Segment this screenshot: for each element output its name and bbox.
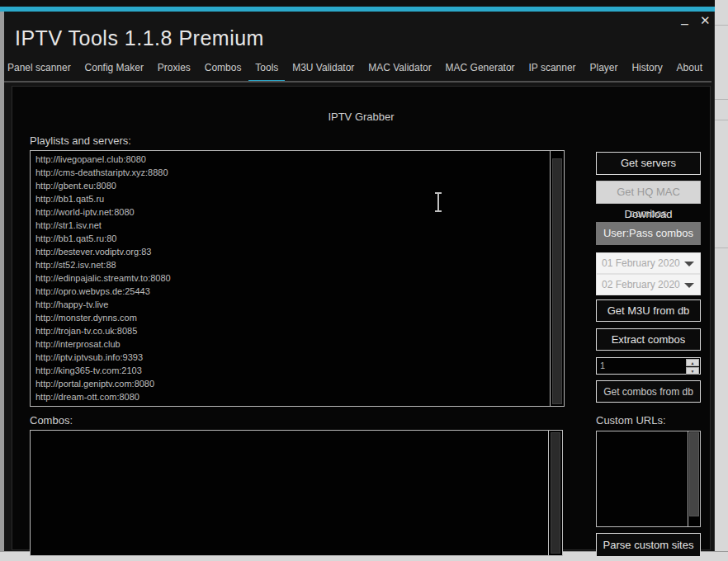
list-item[interactable]: http://livegopanel.club:8080: [31, 153, 549, 166]
count-stepper[interactable]: 1 ▲ ▼: [596, 357, 701, 375]
list-item[interactable]: http://interprosat.club: [31, 337, 549, 351]
list-item[interactable]: http://trojan-tv.co.uk:8085: [31, 324, 549, 337]
list-item[interactable]: http://dream-ott.com:8080: [31, 390, 549, 403]
list-item[interactable]: http://happy-tv.live: [31, 298, 549, 311]
list-item[interactable]: http://bb1.qat5.ru:80: [31, 232, 549, 245]
tab-history[interactable]: History: [630, 62, 664, 81]
get-combos-from-db-button[interactable]: Get combos from db: [596, 380, 701, 403]
list-item[interactable]: http://bb1.qat5.ru: [31, 192, 549, 205]
tab-combos[interactable]: Combos: [203, 62, 243, 81]
tab-proxies[interactable]: Proxies: [156, 62, 192, 81]
ibeam-cursor-icon: [433, 192, 443, 212]
combos-listbox[interactable]: [30, 430, 563, 556]
count-value: 1: [600, 361, 605, 370]
list-item[interactable]: http://str1.isv.net: [31, 219, 549, 232]
tab-tools[interactable]: Tools: [253, 62, 280, 81]
tab-bar: Panel scanner Config Maker Proxies Combo…: [6, 63, 704, 81]
combos-label: Combos:: [30, 414, 73, 427]
screen: IPTV Tools 1.1.8 Premium – ✕ Panel scann…: [0, 0, 728, 561]
stepper-buttons: ▲ ▼: [685, 359, 699, 373]
playlists-listbox[interactable]: http://livegopanel.club:8080http://cms-d…: [30, 150, 565, 407]
tab-mac-generator[interactable]: MAC Generator: [444, 62, 517, 81]
playlists-scrollbar[interactable]: [550, 151, 564, 406]
list-item[interactable]: http://bestever.vodiptv.org:83: [31, 245, 549, 258]
tab-panel-scanner[interactable]: Panel scanner: [6, 62, 73, 81]
get-m3u-from-db-button[interactable]: Get M3U from db: [596, 299, 701, 322]
chevron-down-icon: [684, 262, 694, 266]
tab-mac-validator[interactable]: MAC Validator: [366, 62, 433, 81]
get-hq-mac-combos-button[interactable]: Get HQ MAC combos: [596, 181, 701, 204]
list-item[interactable]: http://monster.dynns.com: [31, 311, 549, 324]
tab-player[interactable]: Player: [589, 62, 620, 81]
playlists-list: http://livegopanel.club:8080http://cms-d…: [31, 153, 549, 406]
window-top-strip: [0, 0, 716, 7]
date-from-value: 01 February 2020: [602, 257, 680, 269]
custom-urls-scrollbar[interactable]: [688, 431, 700, 526]
scrollbar-thumb[interactable]: [552, 158, 562, 404]
list-item[interactable]: http://iptv.iptvsub.info:9393: [31, 351, 549, 364]
tab-about[interactable]: About: [675, 62, 704, 81]
custom-urls-content: [597, 433, 685, 526]
combos-scrollbar[interactable]: [548, 431, 562, 555]
custom-urls-textarea[interactable]: [596, 431, 701, 527]
spin-up-icon[interactable]: ▲: [686, 359, 699, 366]
app-title: IPTV Tools 1.1.8 Premium: [15, 26, 264, 50]
iptv-grabber-panel: IPTV Grabber Playlists and servers: http…: [12, 86, 711, 550]
extract-combos-button[interactable]: Extract combos: [596, 328, 701, 351]
download-label: Download: [596, 208, 701, 220]
list-item[interactable]: http://st52.isv.net:88: [31, 258, 549, 271]
chevron-down-icon: [684, 283, 694, 288]
list-item[interactable]: http://edinpajalic.streamtv.to:8080: [31, 271, 549, 285]
combos-list: [31, 432, 547, 555]
date-to-dropdown[interactable]: 02 February 2020: [596, 274, 701, 295]
tab-m3u-validator[interactable]: M3U Validator: [291, 62, 356, 81]
minimize-icon[interactable]: –: [681, 16, 688, 31]
date-from-dropdown[interactable]: 01 February 2020: [596, 252, 701, 274]
scrollbar-thumb[interactable]: [551, 432, 560, 554]
playlists-label: Playlists and servers:: [30, 134, 131, 147]
tab-separator: [4, 81, 711, 82]
tab-config-maker[interactable]: Config Maker: [83, 62, 145, 81]
list-item[interactable]: http://gbent.eu:8080: [31, 179, 549, 192]
list-item[interactable]: http://king365-tv.com:2103: [31, 364, 549, 377]
desktop-edge-right: [715, 0, 728, 561]
parse-custom-sites-button[interactable]: Parse custom sites: [596, 533, 701, 557]
list-item[interactable]: http://portal.geniptv.com:8080: [31, 377, 549, 390]
scrollbar-thumb[interactable]: [689, 432, 699, 516]
date-to-value: 02 February 2020: [602, 279, 680, 290]
userpass-combos-button[interactable]: User:Pass combos: [596, 222, 701, 245]
app-window: IPTV Tools 1.1.8 Premium – ✕ Panel scann…: [4, 12, 715, 551]
page-title: IPTV Grabber: [12, 111, 710, 123]
list-item[interactable]: http://world-iptv.net:8080: [31, 205, 549, 219]
tab-ip-scanner[interactable]: IP scanner: [527, 62, 577, 81]
list-item[interactable]: http://opro.webvps.de:25443: [31, 285, 549, 298]
list-item[interactable]: http://cms-deathstariptv.xyz:8880: [31, 166, 549, 179]
get-servers-button[interactable]: Get servers: [596, 152, 701, 175]
spin-down-icon[interactable]: ▼: [686, 367, 699, 375]
close-icon[interactable]: ✕: [700, 13, 711, 28]
custom-urls-label: Custom URLs:: [596, 414, 666, 427]
